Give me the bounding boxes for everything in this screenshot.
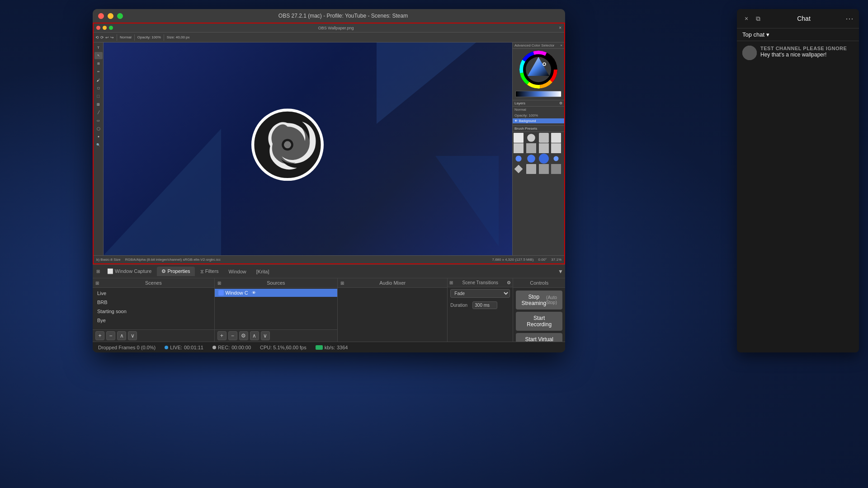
status-kbps: kb/s: 3364: [316, 345, 348, 350]
brush-9[interactable]: [515, 155, 521, 161]
maximize-button[interactable]: [117, 13, 123, 19]
rec-time: 00:00:00: [231, 345, 251, 350]
brush-presets-grid: [513, 132, 564, 175]
chat-detach-btn[interactable]: ⧉: [754, 14, 762, 23]
color-gradient-bar[interactable]: [515, 91, 561, 97]
krita-tool-ellipse[interactable]: ◯: [94, 125, 103, 132]
krita-tool-path[interactable]: ✦: [94, 133, 103, 141]
krita-undo[interactable]: ↩: [105, 35, 109, 40]
krita-tool-zoom[interactable]: 🔍: [94, 141, 103, 149]
tab-expand-icon[interactable]: ⊞: [94, 268, 102, 275]
chat-close-btn[interactable]: ×: [742, 14, 750, 23]
live-dot: [165, 346, 168, 349]
transitions-settings-btn[interactable]: ⚙: [507, 280, 511, 285]
chat-msg-content-1: TEST CHANNEL PLEASE IGNORE Hey that's a …: [760, 46, 854, 60]
tab-properties[interactable]: ⚙ Properties: [157, 267, 194, 276]
source-settings-btn[interactable]: ⚙: [239, 331, 248, 340]
tab-window-capture[interactable]: ⬜ Window Capture: [103, 267, 156, 276]
toolbar-divider-2: [134, 34, 135, 41]
brush-6[interactable]: [526, 143, 536, 153]
color-selector-close[interactable]: ×: [560, 43, 562, 47]
scene-remove-btn[interactable]: −: [106, 331, 115, 340]
krita-tool-icon-2[interactable]: ⟳: [100, 35, 104, 40]
brush-4[interactable]: [551, 133, 561, 143]
scene-add-btn[interactable]: +: [95, 331, 104, 340]
krita-tool-t[interactable]: T: [94, 44, 103, 51]
brush-13[interactable]: [514, 165, 523, 174]
krita-tool-arrow[interactable]: ↖: [94, 52, 103, 59]
krita-tool-fill[interactable]: ✏: [94, 68, 103, 75]
cpu-text: CPU: 5.1%,60.00 fps: [260, 345, 307, 350]
krita-min-dot[interactable]: [103, 26, 107, 30]
krita-max-dot[interactable]: [109, 26, 113, 30]
source-window-c[interactable]: Window C 👁: [215, 289, 338, 297]
color-wheel[interactable]: [519, 51, 558, 89]
chat-panel: × ⧉ Chat ⋯ Top chat ▾ TEST CHANNEL PLEAS…: [737, 9, 859, 352]
krita-tool-brush[interactable]: 🖌: [94, 76, 103, 84]
sources-panel-icon: ⊞: [217, 281, 221, 286]
brush-8[interactable]: [551, 143, 561, 153]
source-add-btn[interactable]: +: [217, 331, 226, 340]
brush-3[interactable]: [539, 133, 549, 143]
rec-dot: [212, 346, 216, 349]
top-chat-selector[interactable]: Top chat ▾: [742, 31, 769, 38]
controls-panel-wrapper: Controls Stop Streaming (Auto Stop) Star…: [513, 278, 565, 342]
layers-options[interactable]: ⚙: [559, 101, 562, 105]
krita-tool-line[interactable]: ╱: [94, 109, 103, 116]
brush-16[interactable]: [551, 164, 561, 174]
scenes-panel-header-row: ⊞ Scenes: [93, 278, 214, 288]
close-button[interactable]: [98, 13, 104, 19]
brush-15[interactable]: [539, 164, 549, 174]
tab-window[interactable]: Window: [224, 267, 251, 276]
scene-bye[interactable]: Bye: [93, 316, 214, 325]
duration-label: Duration: [450, 303, 471, 308]
brush-10[interactable]: [527, 155, 535, 163]
scene-starting[interactable]: Starting soon: [93, 307, 214, 316]
brush-7[interactable]: [539, 143, 549, 153]
status-cpu: CPU: 5.1%,60.00 fps: [260, 345, 307, 350]
stop-streaming-button[interactable]: Stop Streaming (Auto Stop): [516, 291, 562, 310]
chat-panel-title: Chat: [797, 15, 811, 22]
krita-tool-icon-1[interactable]: ⟲: [95, 35, 99, 40]
chat-more-button[interactable]: ⋯: [845, 14, 854, 23]
brush-11[interactable]: [539, 154, 549, 164]
source-visibility-icon[interactable]: 👁: [252, 291, 256, 295]
source-up-btn[interactable]: ∧: [250, 331, 259, 340]
source-down-btn[interactable]: ∨: [261, 331, 270, 340]
audio-header-row: ⊞ Audio Mixer: [338, 278, 447, 288]
krita-redo[interactable]: ↪: [110, 35, 114, 40]
duration-input[interactable]: [472, 301, 497, 309]
krita-tool-eraser[interactable]: ◻: [94, 84, 103, 92]
brush-5[interactable]: [514, 143, 524, 153]
scene-down-btn[interactable]: ∨: [128, 331, 137, 340]
duration-control: Duration: [448, 300, 513, 311]
scene-live[interactable]: Live: [93, 289, 214, 298]
brush-12[interactable]: [554, 156, 559, 161]
scene-up-btn[interactable]: ∧: [117, 331, 126, 340]
status-live: LIVE: 00:01:11: [165, 345, 203, 350]
source-icon-window: [218, 290, 224, 296]
top-chat-label: Top chat: [742, 31, 764, 38]
minimize-button[interactable]: [108, 13, 113, 19]
start-virtual-camera-button[interactable]: Start Virtual Camera: [516, 333, 562, 342]
krita-tool-select[interactable]: ⬚: [94, 93, 103, 100]
start-recording-button[interactable]: Start Recording: [516, 312, 562, 331]
transition-type-select[interactable]: Fade: [450, 289, 510, 298]
tab-filters[interactable]: ⧖ Filters: [196, 267, 223, 276]
krita-tool-gradient[interactable]: ▨: [94, 101, 103, 108]
tabs-scroll-right[interactable]: ▼: [558, 268, 563, 275]
krita-close-btn[interactable]: ×: [559, 25, 561, 30]
krita-tool-rect[interactable]: ▭: [94, 117, 103, 124]
filters-icon: ⧖: [200, 268, 204, 274]
brush-2[interactable]: [527, 134, 535, 142]
krita-close-dot[interactable]: [96, 26, 100, 30]
brush-1[interactable]: [514, 133, 524, 143]
krita-tool-crop[interactable]: ⊞: [94, 60, 103, 67]
layer-background[interactable]: 👁 Background: [513, 118, 564, 123]
scene-brb[interactable]: BRB: [93, 298, 214, 307]
brush-14[interactable]: [526, 164, 536, 174]
source-remove-btn[interactable]: −: [228, 331, 237, 340]
layer-eye-icon[interactable]: 👁: [514, 119, 518, 122]
tab-krita[interactable]: [Krita]: [252, 267, 274, 276]
krita-filename: OBS Wallpaper.png: [115, 26, 557, 30]
